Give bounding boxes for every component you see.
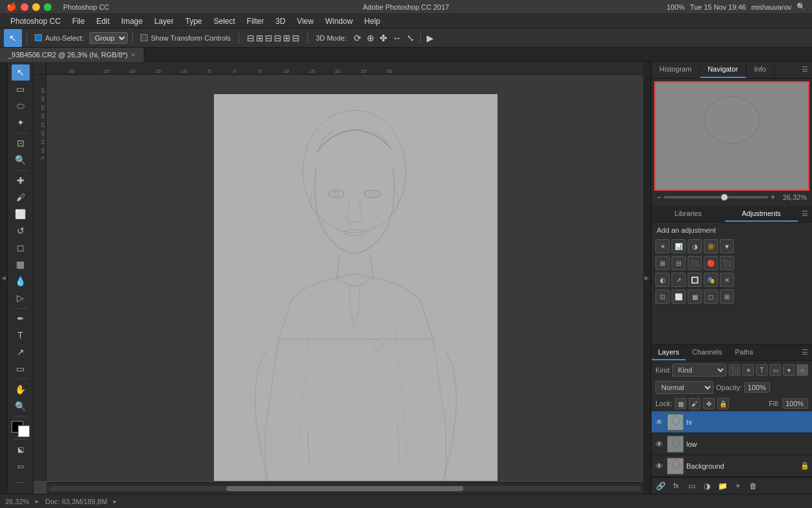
menu-layer[interactable]: Layer xyxy=(149,15,179,27)
tab-adjustments[interactable]: Adjustments xyxy=(725,206,798,222)
tab-layers[interactable]: Layers xyxy=(652,345,686,360)
menu-photoshop[interactable]: Photoshop CC xyxy=(5,15,66,27)
layer-adj-btn[interactable]: ◑ xyxy=(701,480,713,493)
history-tool[interactable]: ↺ xyxy=(12,223,30,239)
path-select-tool[interactable]: ↗ xyxy=(12,344,30,360)
layer-visibility-background[interactable]: 👁 xyxy=(654,461,664,471)
menu-3d[interactable]: 3D xyxy=(271,15,291,27)
3d-slide-btn[interactable]: ↔ xyxy=(391,32,403,44)
canvas-viewport[interactable] xyxy=(46,75,643,481)
stamp-tool[interactable]: ⬜ xyxy=(12,206,30,222)
layer-folder-btn[interactable]: 📁 xyxy=(716,480,729,493)
gradient-tool[interactable]: ▦ xyxy=(12,257,30,273)
lock-position-btn[interactable]: ✤ xyxy=(703,398,715,409)
horizontal-scrollbar[interactable] xyxy=(46,482,643,494)
scrollbar-track-h[interactable] xyxy=(49,486,641,491)
shape-tool[interactable]: ▭ xyxy=(12,360,30,376)
close-button[interactable] xyxy=(21,3,28,11)
adj-posterize-btn[interactable]: 🔳 xyxy=(688,273,702,287)
tab-libraries[interactable]: Libraries xyxy=(652,206,725,222)
align-bottom-btn[interactable]: ⊟ xyxy=(292,33,300,43)
adj-vibrance-btn[interactable]: ▼ xyxy=(720,239,734,253)
scrollbar-thumb-h[interactable] xyxy=(226,486,463,491)
adj-colorlookup-btn[interactable]: ◐ xyxy=(655,273,670,287)
opacity-input[interactable] xyxy=(744,382,770,393)
window-controls[interactable]: 🍎 Photoshop CC xyxy=(6,2,110,12)
filter-pixel-btn[interactable]: ⬛ xyxy=(729,364,740,376)
3d-scale-btn[interactable]: ⤡ xyxy=(405,32,416,44)
layer-new-btn[interactable]: + xyxy=(731,480,744,493)
layer-visibility-low[interactable]: 👁 xyxy=(654,439,664,449)
blend-mode-dropdown[interactable]: Normal Dissolve Multiply Screen Overlay xyxy=(655,381,713,394)
zoom-minus-icon[interactable]: − xyxy=(657,193,661,202)
adj-curves2-btn[interactable]: ◻ xyxy=(704,289,718,304)
adj-levels-btn[interactable]: 📊 xyxy=(672,239,686,253)
menu-type[interactable]: Type xyxy=(180,15,207,27)
color-swatches[interactable] xyxy=(12,421,30,437)
eraser-tool[interactable]: ◻ xyxy=(12,240,30,256)
adj-bw-btn[interactable]: ⬛ xyxy=(688,256,702,270)
adj-mixer-btn[interactable]: ⬛ xyxy=(720,256,734,270)
menu-file[interactable]: File xyxy=(67,15,90,27)
tab-histogram[interactable]: Histogram xyxy=(652,62,700,78)
filter-shape-btn[interactable]: ▭ xyxy=(769,364,781,376)
filter-toggle-btn[interactable]: ○ xyxy=(797,364,808,376)
adj-brightness-btn[interactable]: ☀ xyxy=(655,239,670,253)
3d-orbit-btn[interactable]: ⟳ xyxy=(353,32,363,44)
adj-curves-btn[interactable]: ◑ xyxy=(688,239,702,253)
tab-channels[interactable]: Channels xyxy=(686,345,728,360)
menu-select[interactable]: Select xyxy=(208,15,240,27)
status-docsize-expand[interactable]: ▸ xyxy=(113,498,117,505)
minimize-button[interactable] xyxy=(32,3,40,11)
panel-menu-icon[interactable]: ☰ xyxy=(798,62,812,78)
menu-view[interactable]: View xyxy=(292,15,319,27)
adj-exposure-btn[interactable]: 🔆 xyxy=(704,239,718,253)
move-tool[interactable]: ↖ xyxy=(12,64,30,81)
layer-item-low[interactable]: 👁 low xyxy=(652,433,812,455)
layer-item-hi[interactable]: 👁 hi xyxy=(652,411,812,433)
menu-image[interactable]: Image xyxy=(116,15,148,27)
layers-menu-icon[interactable]: ☰ xyxy=(798,345,812,360)
zoom-slider[interactable] xyxy=(664,196,768,199)
video-btn[interactable]: ▶ xyxy=(425,32,435,44)
hand-tool[interactable]: ✋ xyxy=(12,381,30,397)
adj-invert-btn[interactable]: ↗ xyxy=(672,273,686,287)
eyedropper-tool[interactable]: 🔍 xyxy=(12,152,30,168)
tab-paths[interactable]: Paths xyxy=(729,345,760,360)
layer-visibility-hi[interactable]: 👁 xyxy=(654,417,664,427)
layer-link-btn[interactable]: 🔗 xyxy=(654,480,667,493)
adj-selectcolor-btn[interactable]: ⊡ xyxy=(655,289,670,304)
document-tab-active[interactable]: _93B4506.CR2 @ 26,3% (hi, RGB/8*) ✕ xyxy=(0,48,144,62)
zoom-plus-icon[interactable]: + xyxy=(771,193,775,202)
align-middle-btn[interactable]: ⊞ xyxy=(283,33,291,43)
background-color[interactable] xyxy=(18,425,30,437)
tab-navigator[interactable]: Navigator xyxy=(700,62,746,78)
menu-filter[interactable]: Filter xyxy=(242,15,269,27)
layer-delete-btn[interactable]: 🗑 xyxy=(747,480,760,493)
adjustments-menu-icon[interactable]: ☰ xyxy=(798,206,812,222)
zoom-tool[interactable]: 🔍 xyxy=(12,398,30,414)
left-panel-collapse[interactable]: ◀ xyxy=(0,62,8,494)
align-top-btn[interactable]: ⊟ xyxy=(274,33,282,43)
menu-edit[interactable]: Edit xyxy=(91,15,115,27)
pen-tool[interactable]: ✒ xyxy=(12,310,30,326)
adj-extra-btn[interactable]: ⊞ xyxy=(720,289,734,304)
adj-vibrance2-btn[interactable]: ⬜ xyxy=(672,289,686,304)
adj-hsl-btn[interactable]: ⊞ xyxy=(655,256,670,270)
layer-fx-btn[interactable]: fx xyxy=(670,480,682,493)
menu-help[interactable]: Help xyxy=(359,15,385,27)
document-tab-close[interactable]: ✕ xyxy=(131,52,136,58)
layer-item-background[interactable]: 👁 Background 🔒 xyxy=(652,455,812,477)
kind-dropdown[interactable]: Kind Name Effect Mode Attribute Color xyxy=(672,364,726,376)
zoom-slider-thumb[interactable] xyxy=(721,194,728,200)
move-tool-btn[interactable]: ↖ xyxy=(4,29,22,47)
adj-threshold-btn[interactable]: 🎭 xyxy=(704,273,718,287)
align-right-btn[interactable]: ⊟ xyxy=(265,33,273,43)
filter-adj-btn[interactable]: ☀ xyxy=(742,364,754,376)
adj-levels2-btn[interactable]: ▦ xyxy=(688,289,702,304)
transform-controls-checkbox[interactable] xyxy=(140,34,148,41)
auto-select-checkbox[interactable] xyxy=(35,34,42,41)
brush-tool[interactable]: 🖌 xyxy=(12,190,30,206)
adj-colorbalance-btn[interactable]: ⊟ xyxy=(672,256,686,270)
tab-info[interactable]: Info xyxy=(746,62,774,78)
